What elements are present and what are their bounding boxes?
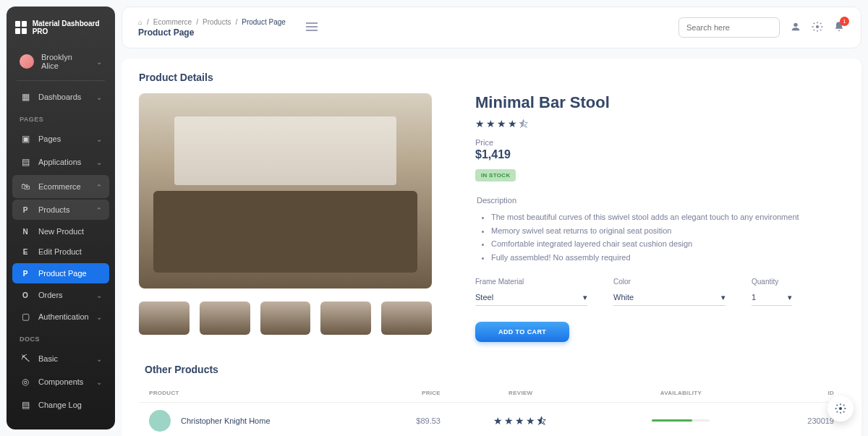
nav-ecommerce[interactable]: 🛍 Ecommerce ⌄ — [12, 175, 109, 198]
thumbnail[interactable] — [139, 302, 190, 335]
user-menu[interactable]: Brooklyn Alice ⌄ — [12, 47, 109, 76]
desc-item: Memory swivel seat returns to original s… — [491, 224, 844, 238]
nav-change-log[interactable]: ▤ Change Log — [12, 393, 109, 416]
topbar: ⌂/ Ecommerce/ Products/ Product Page Pro… — [122, 7, 861, 48]
color-select[interactable]: White▾ — [613, 290, 726, 306]
breadcrumb: ⌂/ Ecommerce/ Products/ Product Page — [138, 18, 286, 26]
th-availability: AVAILABILITY — [601, 390, 762, 396]
letter-icon: N — [20, 228, 31, 236]
nav-label: Applications — [38, 158, 81, 166]
stock-badge: IN STOCK — [475, 169, 516, 181]
nav-edit-product[interactable]: E Edit Product — [12, 241, 109, 262]
th-price: PRICE — [367, 390, 441, 396]
basket-icon: 🛍 — [20, 181, 31, 192]
id-cell: 230019 — [761, 416, 834, 425]
brand[interactable]: Material Dashboard PRO — [12, 17, 109, 47]
thumbnail[interactable] — [260, 302, 311, 335]
brand-name: Material Dashboard PRO — [33, 20, 106, 35]
th-id: ID — [761, 390, 834, 396]
desc-list: The most beautiful curves of this swivel… — [475, 210, 844, 265]
nav-products[interactable]: P Products ⌄ — [12, 200, 109, 220]
letter-icon: O — [20, 291, 31, 299]
rocket-icon: ⛏ — [20, 353, 31, 364]
caret-down-icon: ▾ — [788, 293, 792, 302]
divider — [17, 80, 105, 81]
color-label: Color — [613, 278, 726, 286]
receipt-icon: ▤ — [20, 399, 31, 411]
desc-item: Comfortable integrated layered chair sea… — [491, 237, 844, 251]
nav-label: Basic — [38, 354, 58, 363]
availability-cell — [601, 419, 762, 422]
product-main-image[interactable] — [139, 93, 432, 288]
nav-label: Pages — [38, 134, 61, 143]
letter-icon: P — [20, 270, 31, 278]
table-header: PRODUCT PRICE REVIEW AVAILABILITY ID — [139, 384, 844, 403]
rating: ★★★★⯪ — [475, 118, 844, 129]
settings-fab[interactable] — [827, 396, 854, 422]
notifications-icon[interactable]: 1 — [833, 21, 845, 35]
nav-label: Components — [38, 377, 83, 386]
desc-label: Description — [477, 196, 844, 205]
chevron-down-icon: ⌄ — [96, 378, 102, 386]
quantity-label: Quantity — [752, 278, 792, 286]
section-title: Product Details — [139, 72, 844, 83]
brand-icon — [15, 21, 27, 34]
section-title: Other Products — [145, 364, 844, 375]
nav-label: New Product — [38, 227, 84, 236]
chevron-down-icon: ⌄ — [96, 313, 102, 321]
chevron-down-icon: ⌄ — [96, 158, 102, 166]
nav-dashboards[interactable]: ▦ Dashboards ⌄ — [12, 85, 109, 108]
crumb[interactable]: Products — [203, 18, 231, 26]
quantity-select[interactable]: 1▾ — [752, 290, 792, 306]
add-to-cart-button[interactable]: ADD TO CART — [475, 322, 569, 342]
menu-icon[interactable] — [306, 22, 318, 33]
avatar — [20, 54, 34, 69]
product-name: Minimal Bar Stool — [475, 93, 844, 112]
nav-authentication[interactable]: ▢ Authentication ⌄ — [12, 305, 109, 328]
home-icon[interactable]: ⌂ — [138, 18, 142, 26]
chevron-up-icon: ⌄ — [96, 183, 102, 191]
desc-item: Fully assembled! No assembly required — [491, 251, 844, 265]
search-input[interactable] — [678, 17, 780, 38]
page-icon: ▢ — [20, 311, 31, 322]
crumb[interactable]: Ecommerce — [153, 18, 192, 26]
nav-pages[interactable]: ▣ Pages ⌄ — [12, 127, 109, 150]
settings-icon[interactable] — [812, 21, 823, 35]
dashboards-icon: ▦ — [20, 91, 31, 103]
product-name: Christopher Knight Home — [181, 416, 271, 425]
apps-icon: ▤ — [20, 156, 31, 168]
nav-components[interactable]: ◎ Components ⌄ — [12, 370, 109, 393]
chevron-down-icon: ⌄ — [96, 93, 102, 101]
nav-label: Product Page — [38, 269, 87, 278]
crumb-current: Product Page — [242, 18, 286, 26]
chevron-down-icon: ⌄ — [96, 135, 102, 143]
chevron-down-icon: ⌄ — [96, 58, 102, 66]
nav-label: Change Log — [38, 401, 82, 409]
account-icon[interactable] — [790, 21, 801, 35]
nav-label: Products — [38, 205, 69, 214]
thumbnail[interactable] — [200, 302, 250, 335]
frame-material-select[interactable]: Steel▾ — [475, 290, 587, 306]
sidebar: Material Dashboard PRO Brooklyn Alice ⌄ … — [7, 7, 115, 429]
nav-applications[interactable]: ▤ Applications ⌄ — [12, 150, 109, 174]
table-row[interactable]: Christopher Knight Home $89.53 ★★★★⯪ 230… — [139, 403, 844, 436]
nav-orders[interactable]: O Orders ⌄ — [12, 285, 109, 305]
nav-label: Authentication — [38, 312, 89, 321]
price-cell: $89.53 — [367, 416, 441, 425]
thumbnail[interactable] — [381, 302, 432, 335]
products-table: PRODUCT PRICE REVIEW AVAILABILITY ID Chr… — [139, 384, 844, 436]
nav-new-product[interactable]: N New Product — [12, 221, 109, 241]
nav-label: Ecommerce — [38, 182, 81, 191]
desc-item: The most beautiful curves of this swivel… — [491, 210, 844, 224]
image-icon: ▣ — [20, 133, 31, 145]
letter-icon: P — [20, 206, 31, 214]
th-review: REVIEW — [441, 390, 601, 396]
user-name: Brooklyn Alice — [41, 53, 89, 70]
thumbnail[interactable] — [320, 302, 371, 335]
widgets-icon: ◎ — [20, 376, 31, 388]
nav-product-page[interactable]: P Product Page — [12, 263, 109, 283]
svg-point-0 — [793, 22, 797, 26]
review-cell: ★★★★⯪ — [441, 415, 601, 427]
nav-basic[interactable]: ⛏ Basic ⌄ — [12, 347, 109, 370]
page-title: Product Page — [138, 27, 286, 38]
